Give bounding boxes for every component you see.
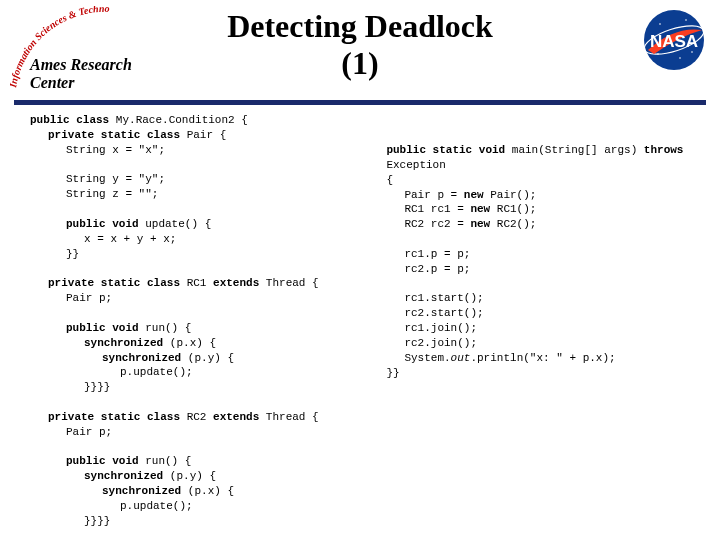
svg-point-4 (659, 23, 661, 25)
svg-point-8 (679, 57, 681, 59)
svg-point-6 (691, 51, 693, 53)
svg-point-7 (657, 53, 659, 55)
code-column-right: public static void main(String[] args) t… (386, 113, 690, 529)
nasa-logo: NASA (640, 6, 708, 74)
ames-text: Ames Research Center (30, 56, 170, 92)
code-content: public class My.Race.Condition2 { privat… (0, 113, 720, 529)
svg-text:NASA: NASA (650, 32, 698, 51)
slide-header: Information Sciences & Technology Ames R… (0, 0, 720, 100)
code-column-left: public class My.Race.Condition2 { privat… (30, 113, 386, 529)
header-divider (14, 100, 706, 105)
svg-point-5 (685, 19, 687, 21)
ames-logo: Information Sciences & Technology Ames R… (10, 6, 170, 94)
